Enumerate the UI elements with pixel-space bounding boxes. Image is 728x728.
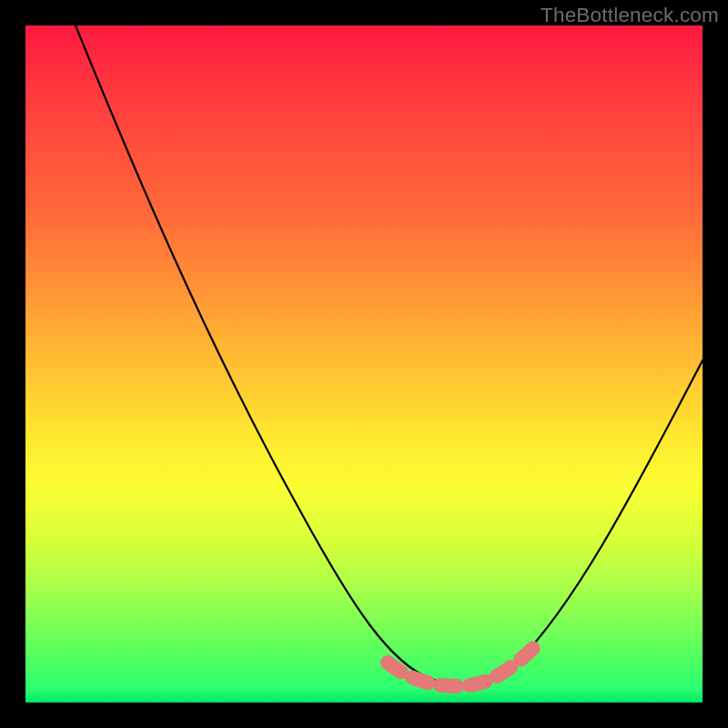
bottleneck-curve [76,25,703,684]
chart-frame: TheBottleneck.com [0,0,728,728]
watermark-text: TheBottleneck.com [541,4,719,27]
plot-area [25,25,703,703]
curve-overlay [25,25,703,703]
